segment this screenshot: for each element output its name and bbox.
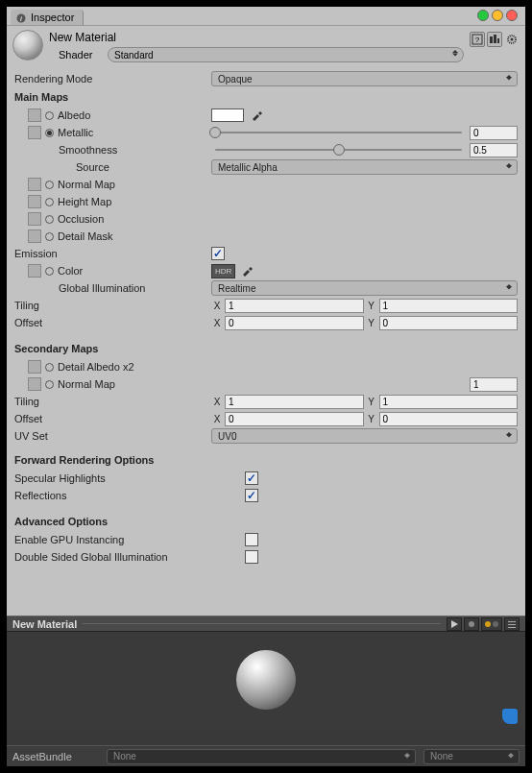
context-menu-button[interactable] <box>504 32 520 47</box>
occlusion-radio[interactable] <box>45 215 54 224</box>
window-controls <box>477 10 518 21</box>
secondary-maps-title: Secondary Maps <box>14 343 518 354</box>
gpu-instancing-checkbox[interactable] <box>245 533 258 546</box>
double-sided-gi-checkbox[interactable] <box>245 550 258 564</box>
metallic-texture-slot[interactable] <box>28 126 41 139</box>
normalmap-label: Normal Map <box>58 179 115 190</box>
svg-rect-12 <box>508 621 516 622</box>
window-close-button[interactable] <box>506 10 518 21</box>
secondary-offset-y-input[interactable] <box>379 412 519 426</box>
preview-viewport[interactable] <box>7 632 525 728</box>
info-icon: i <box>16 13 26 23</box>
offset-label: Offset <box>14 317 211 328</box>
heightmap-label: Height Map <box>58 196 111 207</box>
material-name: New Material <box>49 30 464 45</box>
material-preview-panel: New Material <box>7 616 525 745</box>
inspector-window: i Inspector New Material Shader Standard… <box>7 7 525 766</box>
svg-text:i: i <box>20 14 22 23</box>
rendering-mode-label: Rendering Mode <box>14 73 211 85</box>
albedo-radio[interactable] <box>45 111 54 120</box>
window-minimize-button[interactable] <box>492 10 503 21</box>
tiling-label: Tiling <box>14 300 211 311</box>
preview-play-button[interactable] <box>447 617 462 631</box>
heightmap-radio[interactable] <box>45 198 54 206</box>
heightmap-texture-slot[interactable] <box>28 195 41 208</box>
detail-albedo-radio[interactable] <box>45 363 54 372</box>
reflections-checkbox[interactable] <box>245 489 258 502</box>
material-thumbnail-sphere[interactable] <box>12 30 43 60</box>
emission-color-texture-slot[interactable] <box>28 264 41 278</box>
detailmask-radio[interactable] <box>45 232 54 241</box>
detail-albedo-texture-slot[interactable] <box>28 360 41 374</box>
normalmap-radio[interactable] <box>45 181 54 189</box>
emission-label: Emission <box>14 248 211 259</box>
metallic-radio[interactable] <box>45 129 54 137</box>
svg-point-11 <box>493 621 498 627</box>
metallic-label: Metallic <box>58 127 93 138</box>
svg-rect-4 <box>490 36 493 43</box>
help-button[interactable]: ? <box>470 32 485 47</box>
smoothness-source-dropdown[interactable]: Metallic Alpha <box>211 159 518 175</box>
svg-point-9 <box>469 621 474 627</box>
smoothness-label: Smoothness <box>41 144 117 156</box>
svg-rect-5 <box>494 35 496 43</box>
gpu-instancing-label: Enable GPU Instancing <box>14 534 245 545</box>
advanced-options-title: Advanced Options <box>14 516 518 527</box>
svg-rect-13 <box>508 624 516 625</box>
specular-highlights-checkbox[interactable] <box>245 471 258 485</box>
hdr-badge[interactable]: HDR <box>211 264 235 278</box>
secondary-offset-label: Offset <box>14 413 211 424</box>
tiling-x-input[interactable] <box>225 299 364 313</box>
asset-label-icon[interactable] <box>502 709 518 724</box>
window-titlebar: i Inspector <box>7 7 525 25</box>
preview-title: New Material <box>12 618 77 630</box>
uvset-dropdown[interactable]: UV0 <box>211 428 518 444</box>
assetbundle-label: AssetBundle <box>12 751 99 762</box>
detailmask-texture-slot[interactable] <box>28 229 41 243</box>
gi-dropdown[interactable]: Realtime <box>211 280 518 296</box>
svg-point-10 <box>485 621 491 627</box>
eyedropper-icon[interactable] <box>250 109 263 122</box>
offset-y-input[interactable] <box>379 316 519 330</box>
rendering-mode-dropdown[interactable]: Opaque <box>211 71 518 86</box>
secondary-normal-value-input[interactable] <box>470 377 518 392</box>
emission-checkbox[interactable] <box>211 247 225 260</box>
secondary-offset-x-input[interactable] <box>225 412 364 426</box>
source-label: Source <box>60 161 109 173</box>
shader-label: Shader <box>49 49 102 60</box>
emission-color-radio[interactable] <box>45 267 54 276</box>
inspector-tab[interactable]: i Inspector <box>11 10 84 25</box>
albedo-color-swatch[interactable] <box>211 109 244 122</box>
window-maximize-button[interactable] <box>477 10 489 21</box>
albedo-texture-slot[interactable] <box>28 109 41 122</box>
offset-x-input[interactable] <box>225 316 364 330</box>
tiling-y-input[interactable] <box>379 299 519 313</box>
preview-menu-button[interactable] <box>504 617 520 631</box>
metallic-value-input[interactable] <box>470 126 518 140</box>
secondary-normal-texture-slot[interactable] <box>28 377 41 391</box>
occlusion-texture-slot[interactable] <box>28 212 41 226</box>
albedo-label: Albedo <box>58 109 90 121</box>
emission-eyedropper-icon[interactable] <box>240 264 254 278</box>
normalmap-texture-slot[interactable] <box>28 178 41 191</box>
preview-shape-button[interactable] <box>464 617 479 631</box>
secondary-normal-radio[interactable] <box>45 380 54 389</box>
preview-light-button[interactable] <box>481 617 502 631</box>
secondary-tiling-y-input[interactable] <box>379 395 519 409</box>
reflections-label: Reflections <box>14 490 245 501</box>
svg-rect-14 <box>508 627 516 628</box>
smoothness-slider[interactable] <box>211 143 466 157</box>
svg-point-8 <box>511 38 514 41</box>
assetbundle-name-dropdown[interactable]: None <box>107 749 416 764</box>
metallic-slider[interactable] <box>211 126 466 139</box>
preset-button[interactable] <box>487 32 502 47</box>
smoothness-value-input[interactable] <box>470 143 518 157</box>
preview-sphere <box>236 650 296 710</box>
secondary-tiling-label: Tiling <box>14 396 211 407</box>
secondary-tiling-x-input[interactable] <box>225 395 364 409</box>
detailmask-label: Detail Mask <box>58 230 112 242</box>
assetbundle-variant-dropdown[interactable]: None <box>423 749 520 764</box>
shader-dropdown[interactable]: Standard <box>108 47 464 62</box>
inspector-body: New Material Shader Standard ? Rendering… <box>7 25 525 766</box>
assetbundle-bar: AssetBundle None None <box>7 745 525 766</box>
